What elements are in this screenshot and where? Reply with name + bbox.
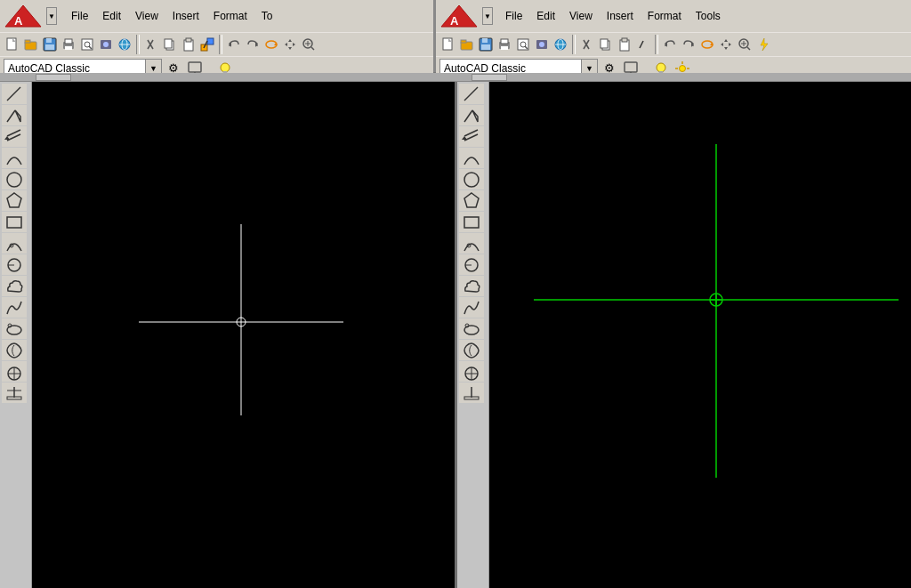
rtb-preview[interactable] [514, 36, 532, 53]
left-tool-ellipse[interactable] [2, 318, 27, 339]
tb-new[interactable] [4, 36, 21, 53]
tb-cut[interactable] [142, 36, 160, 53]
right-tool-spline2[interactable] [459, 297, 484, 318]
right-toolbar-top [436, 32, 911, 56]
svg-line-121 [464, 87, 478, 101]
tb-save[interactable] [41, 36, 59, 53]
tb-print[interactable] [60, 36, 77, 53]
right-tool-cloud[interactable] [459, 276, 484, 296]
rtb-cut[interactable] [578, 36, 596, 53]
svg-rect-54 [482, 38, 488, 43]
svg-point-127 [464, 173, 479, 187]
rtb-paste[interactable] [616, 36, 633, 53]
tb-paste[interactable] [180, 36, 198, 53]
left-tool-arc[interactable] [2, 148, 27, 168]
right-tool-pline[interactable] [459, 105, 484, 125]
tb-panrealtime[interactable] [281, 36, 299, 53]
left-tool-arc2[interactable] [2, 233, 27, 254]
left-tool-pline[interactable] [2, 105, 27, 125]
left-tool-line[interactable] [2, 84, 27, 104]
svg-rect-57 [501, 39, 508, 44]
left-chevron[interactable]: ▼ [46, 7, 57, 25]
right-tool-arc2[interactable] [459, 233, 484, 254]
left-menu-edit[interactable]: Edit [95, 7, 128, 25]
right-tool-polygon[interactable] [459, 190, 484, 211]
right-chevron[interactable]: ▼ [482, 7, 493, 25]
right-menu-view[interactable]: View [562, 7, 600, 25]
rtb-zoomrealtime[interactable] [736, 36, 754, 53]
right-tool-arc[interactable] [459, 148, 484, 168]
right-tool-table[interactable] [459, 361, 484, 382]
svg-point-142 [710, 294, 722, 306]
left-menu-view[interactable]: View [128, 7, 165, 25]
svg-rect-8 [45, 44, 54, 50]
rtb-open[interactable] [458, 36, 476, 53]
rtb-matchprop[interactable] [634, 36, 652, 53]
left-menu-format[interactable]: Format [206, 7, 254, 25]
tb-zoomrealtime[interactable] [300, 36, 318, 53]
right-tool-circle[interactable] [459, 169, 484, 189]
left-tool-rect[interactable] [2, 212, 27, 232]
left-logo[interactable]: A [2, 2, 44, 30]
right-menu-file[interactable]: File [498, 7, 529, 25]
left-tool-table[interactable] [2, 361, 27, 382]
tb-copy[interactable] [161, 36, 179, 53]
rtb-print[interactable] [496, 36, 513, 53]
tb-globe[interactable] [116, 36, 133, 53]
right-tool-hatch[interactable] [459, 340, 484, 360]
scroll-thumb[interactable] [36, 74, 71, 81]
left-tool-spline2[interactable] [2, 297, 27, 318]
svg-marker-123 [472, 110, 478, 122]
left-tool-hatch[interactable] [2, 340, 27, 360]
rtb-undo[interactable] [661, 36, 679, 53]
tb-redo[interactable] [244, 36, 262, 53]
left-tool-circle[interactable] [2, 169, 27, 189]
rtb-copy[interactable] [597, 36, 615, 53]
left-menu-tools[interactable]: To [254, 7, 280, 25]
right-logo[interactable]: A [438, 2, 480, 30]
tb-3drotate[interactable] [262, 36, 280, 53]
svg-rect-87 [625, 62, 637, 72]
rtb-plot[interactable] [533, 36, 551, 53]
rtb-3drotate[interactable] [698, 36, 716, 53]
svg-rect-7 [46, 38, 52, 43]
right-tool-spline[interactable] [459, 254, 484, 275]
tb-plot[interactable] [97, 36, 115, 53]
right-tool-line[interactable] [459, 84, 484, 104]
left-canvas[interactable] [32, 82, 455, 588]
right-tool-ellipse[interactable] [459, 318, 484, 339]
right-tool-rect[interactable] [459, 212, 484, 232]
right-menu-edit[interactable]: Edit [529, 7, 562, 25]
right-menu-insert[interactable]: Insert [600, 7, 641, 25]
left-tool-cloud[interactable] [2, 276, 27, 296]
rtb-globe[interactable] [552, 36, 569, 53]
rtb-bolt[interactable] [754, 36, 772, 53]
right-tool-text[interactable] [459, 383, 484, 403]
right-menu-tools[interactable]: Tools [689, 7, 728, 25]
svg-marker-126 [462, 136, 467, 140]
svg-marker-34 [288, 47, 292, 50]
svg-rect-52 [461, 40, 466, 43]
tb-undo[interactable] [225, 36, 243, 53]
tb-open[interactable] [22, 36, 40, 53]
tb-matchprop[interactable] [198, 36, 216, 53]
rtb-save[interactable] [477, 36, 495, 53]
left-menu-file[interactable]: File [64, 7, 95, 25]
scroll-thumb-right[interactable] [472, 74, 507, 81]
rtb-redo[interactable] [680, 36, 697, 53]
right-canvas[interactable] [489, 82, 912, 588]
svg-marker-35 [285, 43, 287, 46]
left-tool-spline[interactable] [2, 254, 27, 275]
left-tool-offset[interactable] [2, 126, 27, 147]
svg-point-63 [539, 42, 544, 47]
rtb-panrealtime[interactable] [717, 36, 735, 53]
tb-preview[interactable] [78, 36, 96, 53]
rtb-sep1 [572, 35, 576, 54]
left-menu-insert[interactable]: Insert [165, 7, 206, 25]
right-menu-format[interactable]: Format [641, 7, 689, 25]
rtb-new[interactable] [439, 36, 457, 53]
left-tool-polygon[interactable] [2, 190, 27, 211]
svg-line-99 [7, 110, 15, 122]
right-tool-offset[interactable] [459, 126, 484, 147]
left-tool-text[interactable] [2, 383, 27, 403]
